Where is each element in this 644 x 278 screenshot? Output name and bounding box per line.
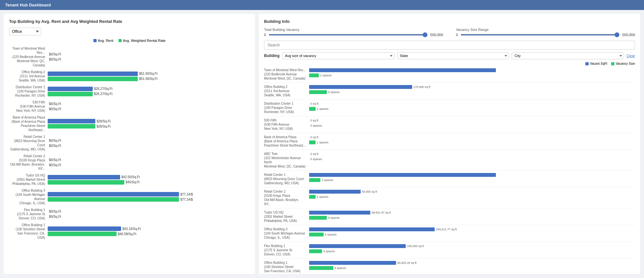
- search-input[interactable]: [264, 41, 635, 50]
- right-bar-label: Bank of America Plaza(Bank of America Pl…: [264, 135, 309, 148]
- right-bar-label: 530 Fifth(530 Fifth AvenueNew York, NY, …: [264, 118, 309, 131]
- right-bar-label: ABC Test(322 Westminster Avenue NorthMon…: [264, 152, 309, 168]
- right-panel: Building Info Total Building Vacancy 0 5…: [259, 14, 640, 274]
- right-bar-row: Office Building 2(1511 3rd AvenueSeattle…: [264, 85, 635, 100]
- vacancy-min: 0: [264, 33, 266, 37]
- left-bar-label: Office Building 1(100 Stockton StreetSan…: [9, 223, 48, 240]
- legend-avg-rent: Avg. Rent: [93, 39, 113, 43]
- left-bar-label: Town of Montreal West Rec...(220 Bedbroo…: [9, 46, 48, 67]
- right-bar-label: Office Building 3(104 South Michigan Ave…: [264, 227, 309, 240]
- right-bar-row: Office Building 3(104 South Michigan Ave…: [264, 227, 635, 242]
- chart-legend: Avg. Rent Avg. Weighted Rental Rate: [9, 39, 250, 43]
- vacancy-slider[interactable]: [269, 34, 428, 35]
- right-bar-row: Retail Center 1(8823 Mourning Dove Court…: [264, 173, 635, 187]
- right-bar-row: 530 Fifth(530 Fifth AvenueNew York, NY, …: [264, 118, 635, 133]
- left-bar-label: Office Building 3(104 South Michigan Ave…: [9, 188, 48, 205]
- right-bar-row: Distribution Center 1(100 Paragon DriveR…: [264, 101, 635, 116]
- right-bar-label: Flex Building 1(2175 S Jasmine StDenver,…: [264, 244, 309, 256]
- legend-avg-weighted: Avg. Weighted Rental Rate: [118, 39, 166, 43]
- left-bar-label: Office Building 2(1511 3rd AvenueSeattle…: [9, 70, 48, 82]
- left-bar-label: Tudor US HQ(2001 Market StreetPhiladelph…: [9, 173, 48, 186]
- right-bar-label: Retail Center 1(8823 Mourning Dove Court…: [264, 173, 309, 185]
- right-bar-row: Flex Building 1(2175 S Jasmine StDenver,…: [264, 244, 635, 259]
- state-dropdown[interactable]: State: [397, 52, 509, 59]
- right-bar-row: ABC Test(322 Westminster Avenue NorthMon…: [264, 152, 635, 171]
- right-bar-row: Town of Montreal West Rec...(220 Bedbroo…: [264, 68, 635, 83]
- clear-button[interactable]: Clear: [627, 54, 635, 58]
- vacancy-size-min: 0: [456, 33, 458, 37]
- left-bar-row: Office Building 1(100 Stockton StreetSan…: [9, 223, 250, 240]
- vacancy-size-title: Vacancy Size Range: [456, 28, 635, 32]
- right-bar-label: Distribution Center 1(100 Paragon DriveR…: [264, 101, 309, 114]
- right-bar-label: Tudor US HQ(2001 Market StreetPhiladelph…: [264, 210, 309, 223]
- left-bar-label: Flex Building 1(2175 S Jasmine StDenver,…: [9, 208, 48, 220]
- left-bar-row: Office Building 3(104 South Michigan Ave…: [9, 188, 250, 205]
- vacancy-title: Total Building Vacancy: [264, 28, 443, 32]
- right-bar-row: Retail Center 2(5100 Kings PlazaOld Mill…: [264, 189, 635, 208]
- header-title: Tenant Hub Dashboard: [5, 3, 51, 7]
- right-bar-label: Office Building 2(1511 3rd AvenueSeattle…: [264, 85, 309, 97]
- legend-dot-blue: [93, 39, 97, 42]
- left-bar-label: Retail Center 1(8823 Mourning Dove Court…: [9, 135, 48, 151]
- left-bar-row: Retail Center 2(5100 Kings PlazaOld Mill…: [9, 154, 250, 171]
- left-bar-label: 530 Fifth(530 Fifth AvenueNew York, NY, …: [9, 100, 48, 113]
- app-header: Tenant Hub Dashboard: [0, 0, 644, 10]
- legend-dot-green: [118, 39, 122, 42]
- left-bar-row: Distribution Center 1(100 Paragon DriveR…: [9, 85, 250, 98]
- left-bar-label: Bank of America Plaza(Bank of America Pl…: [9, 115, 48, 132]
- right-bar-label: Office Building 1(100 Stockton StreetSan…: [264, 261, 309, 273]
- left-bar-row: Office Building 2(1511 3rd AvenueSeattle…: [9, 70, 250, 82]
- legend-dot-size: [611, 62, 614, 65]
- building-filter-row: Building Avg size of vacancy State City …: [264, 52, 635, 59]
- left-panel-title: Top Building by Avg. Rent and Avg Weight…: [9, 19, 250, 24]
- left-bar-label: Retail Center 2(5100 Kings PlazaOld Mill…: [9, 154, 48, 171]
- legend-dot-vacant: [585, 62, 589, 65]
- left-bar-row: Bank of America Plaza(Bank of America Pl…: [9, 115, 250, 132]
- left-bar-row: Tudor US HQ(2001 Market StreetPhiladelph…: [9, 173, 250, 186]
- right-panel-title: Building Info: [264, 19, 635, 24]
- vacancy-max: 500,000: [430, 33, 443, 37]
- right-bar-row: Office Building 1(100 Stockton StreetSan…: [264, 261, 635, 274]
- right-bar-row: Tudor US HQ(2001 Market StreetPhiladelph…: [264, 210, 635, 225]
- right-bar-row: Bank of America Plaza(Bank of America Pl…: [264, 135, 635, 150]
- right-bar-label: Town of Montreal West Rec...(220 Bedbroo…: [264, 68, 309, 81]
- vacancy-size-slider[interactable]: [460, 34, 620, 35]
- left-bar-chart: Town of Montreal West Rec...(220 Bedbroo…: [9, 46, 250, 240]
- building-type-dropdown[interactable]: Office Retail Industrial Flex: [9, 28, 41, 35]
- left-bar-row: Town of Montreal West Rec...(220 Bedbroo…: [9, 46, 250, 67]
- left-panel: Top Building by Avg. Rent and Avg Weight…: [4, 14, 255, 274]
- right-bar-chart: Town of Montreal West Rec...(220 Bedbroo…: [264, 68, 635, 274]
- left-bar-label: Distribution Center 1(100 Paragon DriveR…: [9, 85, 48, 98]
- city-dropdown[interactable]: City: [512, 52, 624, 59]
- vacancy-size-max: 500,000: [622, 33, 635, 37]
- left-bar-row: Retail Center 1(8823 Mourning Dove Court…: [9, 135, 250, 151]
- building-label: Building: [264, 53, 279, 58]
- right-bar-label: Retail Center 2(5100 Kings PlazaOld Mill…: [264, 189, 309, 206]
- legend-vacancy-size: Vacancy Size: [611, 62, 635, 65]
- left-bar-row: Flex Building 1(2175 S Jasmine StDenver,…: [9, 208, 250, 220]
- left-bar-row: 530 Fifth(530 Fifth AvenueNew York, NY, …: [9, 100, 250, 113]
- avg-vacancy-dropdown[interactable]: Avg size of vacancy: [282, 52, 394, 59]
- legend-vacant-sqft: Vacant SqFt: [585, 62, 607, 65]
- right-chart-legend: Vacant SqFt Vacancy Size: [264, 62, 635, 65]
